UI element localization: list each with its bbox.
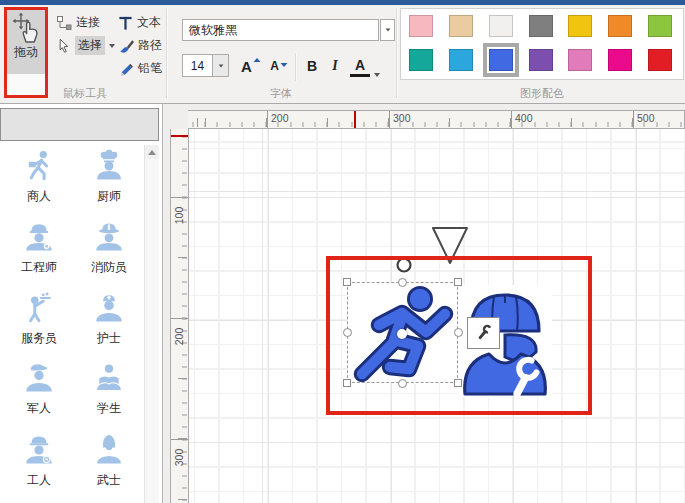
text-tool-icon — [118, 15, 133, 31]
drag-tool-annotation-box: 拖动 — [4, 7, 48, 98]
drawing-canvas[interactable] — [189, 129, 685, 503]
wrench-quick-button[interactable] — [467, 317, 500, 349]
sidebar-item-soldier[interactable]: 军人 — [8, 361, 70, 417]
bold-button[interactable]: B — [302, 55, 322, 77]
selection-handle-bottom-center[interactable] — [398, 379, 407, 388]
nurse-icon — [92, 291, 126, 325]
sidebar-item-warrior[interactable]: 武士 — [78, 433, 140, 489]
sidebar-item-student[interactable]: 学生 — [78, 361, 140, 417]
pencil-tool-label: 铅笔 — [138, 60, 162, 77]
connect-tool-button[interactable]: 连接 — [56, 12, 100, 33]
italic-button[interactable]: I — [327, 55, 343, 77]
palette-group-label: 图形配色 — [497, 86, 587, 101]
scroll-up-arrow-icon[interactable] — [145, 145, 158, 159]
grow-font-label: A — [241, 58, 252, 75]
text-tool-label: 文本 — [137, 14, 161, 31]
selection-handle-top-right[interactable] — [454, 278, 462, 286]
swatch-royal-blue-selected[interactable] — [489, 49, 513, 71]
vruler-label-300: 300 — [173, 443, 186, 473]
hruler-position-marker — [354, 111, 356, 128]
sidebar-item-waiter[interactable]: 服务员 — [8, 291, 70, 347]
drag-tool-label: 拖动 — [14, 44, 38, 61]
shape-label: 消防员 — [78, 259, 140, 276]
swatch-white[interactable] — [489, 15, 513, 37]
engineer-icon — [22, 220, 56, 254]
swatch-gold[interactable] — [568, 15, 592, 37]
firefighter-icon — [92, 220, 126, 254]
sidebar-item-businessman[interactable]: 商人 — [8, 149, 70, 205]
hruler-label-200: 200 — [271, 112, 289, 124]
swatch-tan[interactable] — [449, 15, 473, 37]
sidebar-item-nurse[interactable]: 护士 — [78, 291, 140, 347]
font-color-button[interactable]: A — [350, 55, 370, 77]
pencil-tool-button[interactable]: 铅笔 — [118, 58, 162, 79]
group-separator — [166, 8, 168, 98]
dropdown-arrow-icon — [218, 64, 223, 67]
sidebar-item-chef[interactable]: 厨师 — [78, 149, 140, 205]
swatch-red[interactable] — [648, 49, 672, 71]
selection-handle-middle-left[interactable] — [343, 328, 352, 337]
swatch-purple[interactable] — [529, 49, 553, 71]
font-size-dropdown-button[interactable] — [212, 54, 229, 77]
selection-handle-middle-right[interactable] — [454, 328, 463, 337]
drag-tool-button[interactable]: 拖动 — [7, 10, 45, 95]
businessman-icon — [22, 149, 56, 183]
swatch-magenta[interactable] — [608, 49, 632, 71]
selection-handle-bottom-right[interactable] — [454, 379, 462, 387]
warrior-icon — [92, 433, 126, 467]
font-color-dropdown-button[interactable] — [374, 63, 380, 81]
font-name-dropdown-button[interactable] — [380, 19, 395, 41]
swatch-gray[interactable] — [529, 15, 553, 37]
font-size-combobox[interactable]: 14 — [182, 54, 213, 77]
font-name-value: 微软雅黑 — [189, 22, 237, 39]
arrow-up-icon — [253, 58, 261, 67]
sidebar-item-engineer[interactable]: 工程师 — [8, 220, 70, 276]
vruler-label-100: 100 — [173, 201, 186, 231]
hruler-label-300: 300 — [393, 112, 411, 124]
sidebar-item-firefighter[interactable]: 消防员 — [78, 220, 140, 276]
mouse-tools-group-label: 鼠标工具 — [40, 86, 130, 101]
ribbon-toolbar: 拖动 连接 选择 — [0, 5, 685, 104]
path-tool-label: 路径 — [138, 37, 162, 54]
sidebar-scrollbar[interactable] — [144, 145, 159, 503]
student-icon — [92, 361, 126, 395]
sidebar-header-box[interactable] — [0, 108, 159, 141]
worker-icon — [22, 433, 56, 467]
swatch-sky-blue[interactable] — [449, 49, 473, 71]
wrench-icon — [474, 323, 494, 343]
small-separator — [295, 53, 297, 81]
select-dropdown-arrow-icon[interactable] — [109, 44, 115, 48]
soldier-icon — [22, 361, 56, 395]
shape-library-sidebar: 商人 厨师 工程师 消防员 服务员 护士 军人 学生 — [0, 104, 163, 503]
font-name-combobox[interactable]: 微软雅黑 — [182, 19, 379, 41]
dropdown-arrow-icon — [385, 28, 390, 31]
hruler-label-400: 400 — [515, 112, 533, 124]
swatch-orchid[interactable] — [568, 49, 592, 71]
select-tool-button[interactable]: 选择 — [56, 35, 115, 56]
vruler-position-marker — [171, 135, 188, 137]
vruler-label-200: 200 — [173, 322, 186, 352]
selection-handle-top-left[interactable] — [343, 278, 351, 286]
selection-handle-top-center[interactable] — [398, 278, 407, 287]
selection-center-point[interactable] — [397, 329, 407, 339]
sidebar-item-worker[interactable]: 工人 — [8, 433, 70, 489]
shrink-font-label: A — [270, 59, 279, 73]
shape-label: 护士 — [78, 330, 140, 347]
grow-font-button[interactable]: A — [238, 55, 264, 77]
group-separator — [396, 8, 398, 98]
path-tool-button[interactable]: 路径 — [118, 35, 162, 56]
connector-icon — [56, 15, 72, 31]
dropdown-arrow-icon — [374, 73, 380, 77]
swatch-orange[interactable] — [608, 15, 632, 37]
shape-label: 服务员 — [8, 330, 70, 347]
shape-label: 军人 — [8, 400, 70, 417]
text-tool-button[interactable]: 文本 — [118, 12, 161, 33]
swatch-green[interactable] — [648, 15, 672, 37]
pencil-icon — [118, 61, 134, 77]
selection-handle-bottom-left[interactable] — [343, 379, 351, 387]
swatch-teal[interactable] — [409, 49, 433, 71]
shrink-font-button[interactable]: A — [266, 55, 292, 77]
hruler-label-500: 500 — [637, 112, 655, 124]
swatch-pink[interactable] — [409, 15, 433, 37]
font-group-label: 字体 — [236, 86, 326, 101]
